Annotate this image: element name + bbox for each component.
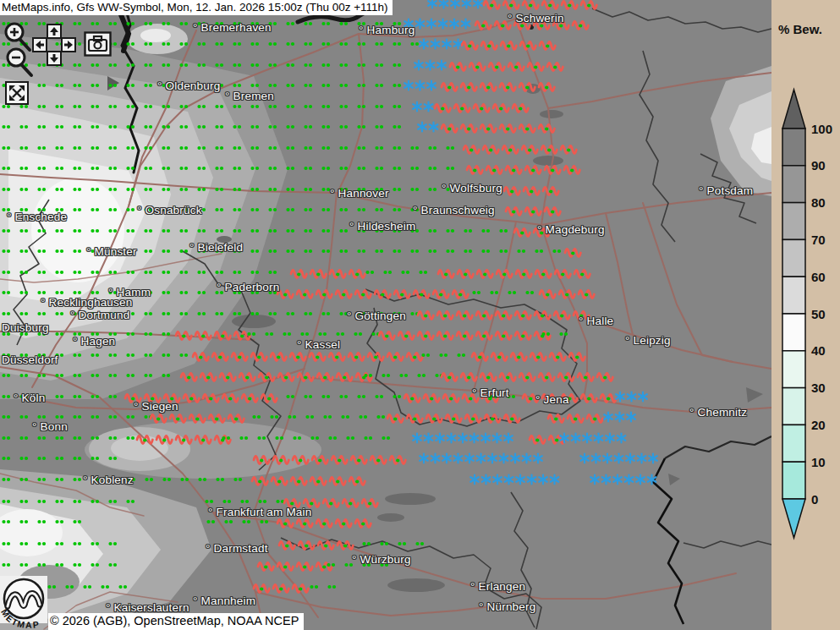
- legend-segment: [782, 129, 805, 166]
- legend-segment: [782, 277, 805, 314]
- zoom-out-button[interactable]: [5, 47, 34, 78]
- arrow-left-icon: [32, 37, 47, 52]
- title-bar: MetMaps.info, Gfs WW-Symbol, Mon, 12. Ja…: [0, 0, 393, 15]
- camera-icon: [84, 31, 112, 57]
- legend-arrow-top: [782, 90, 805, 129]
- legend-tick-label: 70: [811, 233, 826, 247]
- legend-arrow-bottom: [782, 499, 805, 538]
- pan-down-button[interactable]: [47, 51, 62, 66]
- legend-tick-label: 60: [811, 270, 826, 284]
- legend-segment: [782, 166, 805, 203]
- legend-colorbar: 1009080706050403020100: [771, 0, 840, 630]
- legend-tick-label: 20: [811, 418, 826, 432]
- pan-left-button[interactable]: [32, 37, 47, 52]
- weather-map-app: { "title_bar": { "text": "MetMaps.info, …: [0, 0, 840, 630]
- magnifier-minus-icon: [5, 47, 34, 78]
- legend-tick-label: 40: [811, 343, 826, 358]
- legend-segment: [782, 425, 805, 462]
- arrow-right-icon: [61, 37, 76, 52]
- legend-segment: [782, 388, 805, 425]
- screenshot-button[interactable]: [84, 31, 112, 57]
- metmaps-logo: METMAPS: [0, 576, 52, 630]
- legend-tick-label: 30: [811, 381, 826, 395]
- legend-tick-label: 80: [811, 195, 826, 210]
- pan-right-button[interactable]: [61, 37, 76, 52]
- map-canvas[interactable]: [0, 0, 771, 630]
- legend-tick-label: 50: [811, 307, 826, 321]
- legend-title: % Bew.: [778, 22, 822, 36]
- legend-segment: [782, 462, 805, 499]
- legend-tick-label: 100: [811, 122, 832, 136]
- arrow-down-icon: [47, 51, 62, 66]
- pan-up-button[interactable]: [47, 24, 62, 39]
- legend-segment: [782, 314, 805, 351]
- legend-segment: [782, 203, 805, 240]
- legend-tick-label: 90: [811, 158, 826, 173]
- arrow-up-icon: [47, 24, 62, 39]
- legend-segment: [782, 351, 805, 388]
- expand-arrows-icon: [5, 81, 29, 105]
- attribution-bar: © 2026 (AGB), OpenStreetMap, NOAA NCEP: [48, 613, 304, 630]
- fullscreen-button[interactable]: [5, 81, 29, 105]
- legend-tick-label: 0: [811, 492, 818, 507]
- legend-tick-label: 10: [811, 455, 826, 469]
- legend-panel: % Bew. 1009080706050403020100: [771, 0, 840, 630]
- legend-segment: [782, 239, 805, 277]
